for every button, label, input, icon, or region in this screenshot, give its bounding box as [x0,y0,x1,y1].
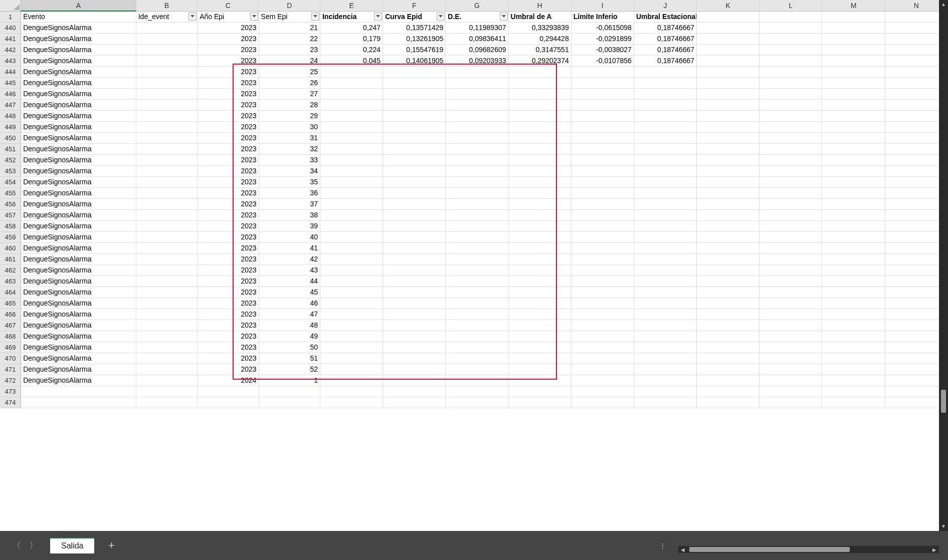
field-header-C[interactable]: Año Epi [198,11,259,22]
cell-A466[interactable]: DengueSignosAlarma [21,309,136,320]
cell-A465[interactable]: DengueSignosAlarma [21,298,136,309]
cell-M453[interactable] [822,165,885,176]
cell-C464[interactable]: 2023 [198,287,259,298]
cell-D461[interactable]: 42 [259,253,320,264]
cell-I448[interactable] [571,110,634,121]
cell-E466[interactable] [320,309,383,320]
cell-F459[interactable] [383,231,446,242]
cell-I473[interactable] [571,386,634,397]
cell-F446[interactable] [383,88,446,99]
cell-I472[interactable] [571,375,634,386]
cell-H460[interactable] [508,242,571,253]
cell-C462[interactable]: 2023 [198,264,259,275]
cell-C466[interactable]: 2023 [198,309,259,320]
cell-J471[interactable] [634,364,696,375]
cell-D465[interactable]: 46 [259,298,320,309]
cell-C455[interactable]: 2023 [198,187,259,198]
cell-J458[interactable] [634,220,696,231]
cell-J467[interactable] [634,320,696,331]
cell-B444[interactable] [136,66,197,77]
cell-N448[interactable] [885,110,947,121]
cell-E474[interactable] [320,397,383,408]
cell-L467[interactable] [760,320,822,331]
cell-N456[interactable] [885,198,947,209]
cell-E440[interactable]: 0,247 [320,22,383,33]
cell-K467[interactable] [697,320,760,331]
cell-J473[interactable] [634,386,696,397]
cell-E460[interactable] [320,242,383,253]
cell-B448[interactable] [136,110,197,121]
cell-B460[interactable] [136,242,197,253]
cell-A442[interactable]: DengueSignosAlarma [21,44,136,55]
cell-J441[interactable]: 0,18746667 [634,33,696,44]
cell-I449[interactable] [571,121,634,132]
cell-K459[interactable] [697,231,760,242]
cell-E464[interactable] [320,287,383,298]
cell-N459[interactable] [885,231,947,242]
row-header[interactable]: 455 [0,187,21,198]
cell-L454[interactable] [760,176,822,187]
cell-N445[interactable] [885,77,947,88]
cell-D452[interactable]: 33 [259,154,320,165]
cell-E457[interactable] [320,209,383,220]
cell-H473[interactable] [508,386,571,397]
cell-H471[interactable] [508,364,571,375]
cell-D446[interactable]: 27 [259,88,320,99]
cell-F464[interactable] [383,287,446,298]
cell-H463[interactable] [508,275,571,287]
cell-L464[interactable] [760,287,822,298]
cell-F450[interactable] [383,132,446,143]
cell-D473[interactable] [259,386,320,397]
cell-G466[interactable] [446,309,508,320]
vertical-scroll-thumb[interactable] [941,390,946,413]
cell-N442[interactable] [885,44,947,55]
cell-L460[interactable] [760,242,822,253]
cell-K464[interactable] [697,287,760,298]
cell-M466[interactable] [822,309,885,320]
cell-J454[interactable] [634,176,696,187]
cell-F447[interactable] [383,99,446,110]
cell-H448[interactable] [508,110,571,121]
cell-A450[interactable]: DengueSignosAlarma [21,132,136,143]
cell-B474[interactable] [136,397,197,408]
cell-K470[interactable] [697,353,760,364]
cell-I470[interactable] [571,353,634,364]
cell-D453[interactable]: 34 [259,165,320,176]
cell-K472[interactable] [697,375,760,386]
field-header-N[interactable] [885,11,947,22]
cell-L451[interactable] [760,143,822,154]
cell-L472[interactable] [760,375,822,386]
cell-A456[interactable]: DengueSignosAlarma [21,198,136,209]
row-header[interactable]: 463 [0,275,21,287]
tab-nav-next[interactable]: 〉 [29,539,38,551]
cell-A440[interactable]: DengueSignosAlarma [21,22,136,33]
cell-A455[interactable]: DengueSignosAlarma [21,187,136,198]
cell-M465[interactable] [822,298,885,309]
add-sheet-button[interactable]: + [101,539,121,552]
cell-C467[interactable]: 2023 [198,320,259,331]
cell-M449[interactable] [822,121,885,132]
cell-B468[interactable] [136,331,197,342]
cell-M463[interactable] [822,275,885,287]
row-header[interactable]: 457 [0,209,21,220]
cell-K456[interactable] [697,198,760,209]
filter-dropdown-icon[interactable] [311,13,319,21]
cell-B443[interactable] [136,55,197,66]
cell-F444[interactable] [383,66,446,77]
cell-E459[interactable] [320,231,383,242]
cell-D449[interactable]: 30 [259,121,320,132]
cell-J463[interactable] [634,275,696,287]
cell-A449[interactable]: DengueSignosAlarma [21,121,136,132]
cell-B445[interactable] [136,77,197,88]
cell-N464[interactable] [885,287,947,298]
cell-K441[interactable] [697,33,760,44]
cell-G458[interactable] [446,220,508,231]
cell-A459[interactable]: DengueSignosAlarma [21,231,136,242]
cell-M442[interactable] [822,44,885,55]
cell-N463[interactable] [885,275,947,287]
cell-N467[interactable] [885,320,947,331]
cell-H465[interactable] [508,298,571,309]
cell-C463[interactable]: 2023 [198,275,259,287]
row-header[interactable]: 467 [0,320,21,331]
cell-G450[interactable] [446,132,508,143]
